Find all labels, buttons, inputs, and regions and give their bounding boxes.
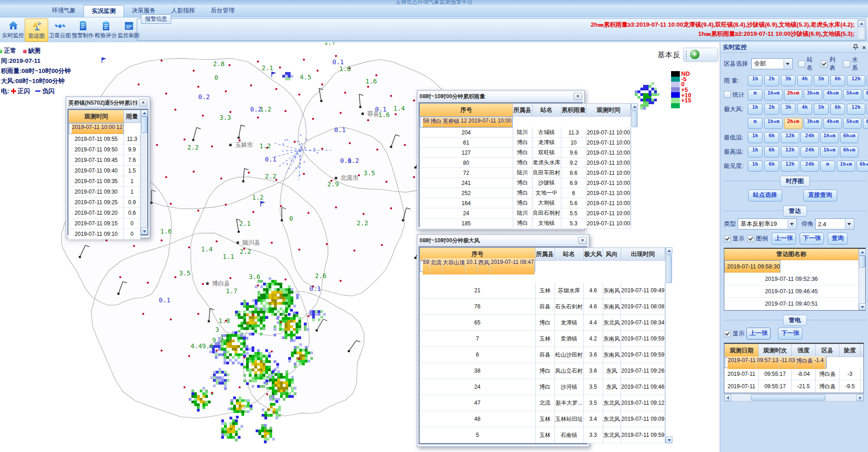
- radar-image-item[interactable]: 2019-07-11 09:52:36: [724, 273, 858, 285]
- range-button-24h[interactable]: 24h: [801, 161, 819, 172]
- range-button-4h+m[interactable]: 4h+m: [823, 89, 842, 100]
- table-row[interactable]: 2019-07-1109:57:13-11.03博白县-1.4: [725, 357, 827, 368]
- scroll-thumb[interactable]: [666, 255, 672, 283]
- table-row[interactable]: 2019-07-11 09:5511.3: [69, 134, 140, 145]
- range-button-6h[interactable]: 6h: [764, 146, 779, 157]
- chevron-down-icon[interactable]: [788, 219, 796, 229]
- table-row[interactable]: 2019-07-11 09:301: [69, 187, 140, 197]
- radar-image-item[interactable]: 2019-07-11 09:40:51: [724, 298, 858, 310]
- range-button-5h+m[interactable]: 5h+m: [843, 118, 862, 129]
- list-scrollbar[interactable]: [858, 249, 865, 310]
- range-button-1h+m[interactable]: 1h+m: [764, 118, 783, 129]
- table-row[interactable]: 80博白老虎头水库9.22019-07-11 10:00: [420, 158, 631, 168]
- range-button-12h[interactable]: 12h: [847, 104, 865, 115]
- next-image-button[interactable]: 下一张: [800, 233, 824, 245]
- range-button-12h[interactable]: 12h: [781, 132, 799, 143]
- range-button-6h[interactable]: 6h: [764, 161, 779, 172]
- range-button-1h[interactable]: 1h: [748, 75, 762, 86]
- county-select[interactable]: 全部: [751, 58, 793, 69]
- show-checkbox[interactable]: [724, 330, 731, 337]
- column-header[interactable]: 风向: [603, 248, 621, 261]
- range-button-1h+m[interactable]: 1h+m: [820, 132, 839, 143]
- range-button-3h+m[interactable]: 3h+m: [804, 89, 822, 100]
- column-header[interactable]: 强度: [792, 344, 816, 357]
- popup-titlebar[interactable]: 08时~10时00分钟极大风 ×: [419, 236, 588, 246]
- close-icon[interactable]: ×: [574, 93, 582, 100]
- scroll-right-icon[interactable]: [857, 394, 863, 401]
- range-button-5h[interactable]: 5h: [814, 104, 829, 115]
- toolbar-radar-button[interactable]: 雷达图: [25, 18, 48, 42]
- toolbar-satellite-button[interactable]: 卫星云图: [49, 18, 71, 41]
- scroll-up-icon[interactable]: [666, 247, 672, 254]
- table-row[interactable]: 2019-07-11 09:100: [69, 229, 140, 240]
- table-hscrollbar[interactable]: [724, 394, 864, 402]
- scroll-up-icon[interactable]: [631, 103, 638, 110]
- checkbox-统计[interactable]: [724, 91, 731, 98]
- table-row[interactable]: 58博白英桥镇122019-07-11 10:00: [420, 117, 513, 128]
- table-row[interactable]: 2019-07-11 09:401.5: [69, 166, 140, 176]
- query-button[interactable]: 查询: [828, 233, 848, 245]
- menu-tab-实况监测[interactable]: 实况监测: [84, 5, 124, 17]
- table-row[interactable]: 2019-07-1109:55:17-8.04博白县-3: [725, 368, 864, 380]
- range-button-6h+m[interactable]: 6h+m: [840, 132, 858, 143]
- checkbox-水系[interactable]: [843, 61, 850, 67]
- range-button-m[interactable]: m: [820, 161, 835, 172]
- range-button-12h[interactable]: 12h: [847, 75, 865, 86]
- table-row[interactable]: 59北流大容山顶10.1西风2019-07-11 08:47: [420, 261, 536, 272]
- table-row[interactable]: 252博白文地一中62019-07-11 10:00: [420, 188, 631, 198]
- table-row[interactable]: 6容县松山沙田村3.6东南风2019-07-11 09:59: [420, 347, 665, 363]
- menu-tab-后台管理[interactable]: 后台管理: [203, 5, 242, 17]
- range-button-4h+m[interactable]: 4h+m: [823, 118, 842, 129]
- range-button-1h[interactable]: 1h: [748, 104, 762, 115]
- map-tool-panel[interactable]: +: [683, 48, 718, 61]
- column-header[interactable]: 所属县: [535, 248, 554, 261]
- popup-scrollbar[interactable]: [140, 110, 147, 234]
- table-row[interactable]: 2019-07-11 09:250.9: [69, 197, 140, 208]
- column-header[interactable]: 所属县: [513, 104, 532, 117]
- popup-scrollbar[interactable]: [665, 247, 666, 443]
- range-button-1h+m[interactable]: 1h+m: [820, 146, 839, 157]
- station-select-button[interactable]: 站点选择: [748, 190, 782, 201]
- range-button-2h+m[interactable]: 2h+m: [784, 89, 802, 100]
- prev-image-button[interactable]: 上一张: [746, 328, 771, 340]
- column-header[interactable]: 区县: [816, 344, 840, 357]
- table-row[interactable]: 65博白龙潭镇4.4东北风2019-07-11 08:34: [420, 315, 665, 331]
- table-row[interactable]: 24陆川良田石垌村5.52019-07-11 10:00: [420, 208, 631, 218]
- table-row[interactable]: 2019-07-11 09:457.6: [69, 155, 140, 166]
- checkbox-列表[interactable]: [821, 61, 828, 67]
- column-header[interactable]: 误差: [861, 344, 864, 357]
- show-checkbox[interactable]: [724, 235, 731, 242]
- toolbar-home-button[interactable]: 实时监控: [2, 18, 24, 41]
- scroll-left-icon[interactable]: [724, 394, 731, 401]
- table-row[interactable]: 204陆川古城镇11.32019-07-11 10:00: [420, 128, 631, 138]
- range-button-5h[interactable]: 5h: [814, 75, 829, 86]
- popup-titlebar[interactable]: 英桥镇(N5702)逐5分钟累计雨量 ×: [67, 98, 148, 108]
- alarm-scrollbar[interactable]: [857, 20, 865, 39]
- column-header[interactable]: 观测时次: [759, 344, 792, 357]
- table-row[interactable]: 48玉林玉林站旧址3.4东北风2019-07-11 09:09: [420, 411, 665, 427]
- range-button-5h+m[interactable]: 5h+m: [843, 89, 862, 100]
- range-button-3h[interactable]: 3h: [781, 75, 795, 86]
- column-header[interactable]: 序号: [420, 104, 513, 117]
- column-header[interactable]: 观测时间: [69, 110, 124, 123]
- range-button-6h[interactable]: 6h: [830, 104, 845, 115]
- table-row[interactable]: 2019-07-1109:55:17-21.5博白县-9.511: [725, 380, 864, 393]
- column-header[interactable]: 极大风: [583, 248, 603, 261]
- chevron-down-icon[interactable]: [845, 219, 853, 229]
- menu-tab-环境气象[interactable]: 环境气象: [44, 5, 84, 17]
- radar-elev-select[interactable]: 2.4: [815, 218, 854, 229]
- chevron-down-icon[interactable]: [784, 59, 792, 68]
- range-button-4h[interactable]: 4h: [797, 75, 812, 86]
- table-row[interactable]: 72陆川良田车田村8.62019-07-11 10:00: [420, 168, 631, 178]
- column-header[interactable]: 陡度: [840, 344, 861, 357]
- table-row[interactable]: 2019-07-11 10:0012: [69, 123, 124, 134]
- table-row[interactable]: 241博白沙陂镇6.92019-07-11 10:00: [420, 178, 631, 188]
- scroll-thumb[interactable]: [751, 395, 825, 401]
- range-button-6h+m[interactable]: 6h+m: [840, 146, 858, 157]
- column-header[interactable]: 累积雨量: [561, 104, 586, 117]
- prev-image-button[interactable]: 上一张: [772, 233, 796, 245]
- scroll-down-icon[interactable]: [666, 436, 672, 443]
- range-button-1h[interactable]: 1h: [748, 132, 762, 143]
- scroll-up-icon[interactable]: [141, 110, 148, 117]
- range-button-3h[interactable]: 3h: [781, 104, 795, 115]
